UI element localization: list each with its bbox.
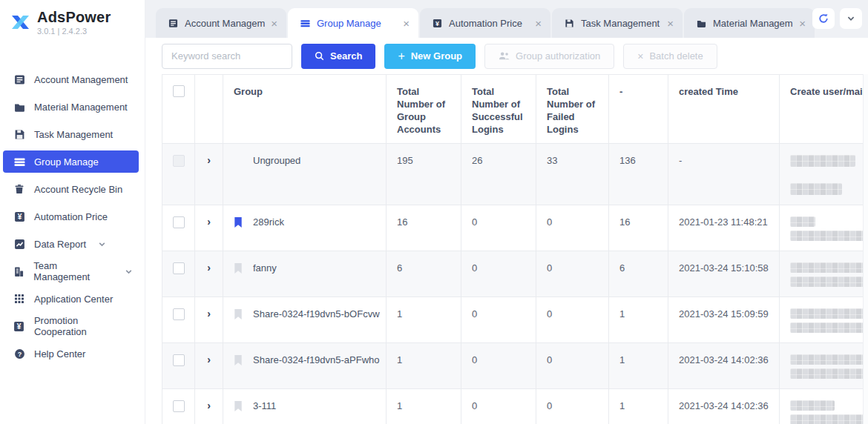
sidebar-item-promotion-cooperation[interactable]: ¥ Promotion Cooperation [3,315,139,337]
sidebar-item-team-management[interactable]: Team Management [3,260,139,282]
row-checkbox[interactable] [173,354,185,366]
new-group-button[interactable]: + New Group [384,44,476,69]
sidebar-item-help-center[interactable]: ? Help Center [3,342,139,365]
column-header-group: Group [223,75,387,144]
sidebar-item-task-management[interactable]: Task Management [3,123,139,145]
tab-label: Account Managemen [185,18,265,29]
sidebar-item-material-management[interactable]: Material Management [3,96,139,118]
successful-logins-value: 0 [461,251,536,297]
refresh-button[interactable] [812,8,835,29]
expand-row-icon[interactable]: › [207,262,211,273]
yen-icon: ¥ [432,18,442,28]
redacted-block [790,262,868,273]
dash-value: 6 [609,251,668,297]
group-name: Share-0324-f19dvn5-aPFwho [253,354,380,365]
adspower-app: AdsPower 3.0.1 | 2.4.2.3 Account Managem… [0,0,868,424]
expand-row-icon[interactable]: › [207,400,211,411]
plus-icon: + [398,50,404,63]
sidebar-item-account-management[interactable]: Account Management [3,68,139,90]
table-row: › Share-0324-f19dvn5-bOFcvw 1 0 0 1 2021… [162,297,868,343]
batch-delete-label: Batch delete [649,50,703,62]
bookmark-icon [234,263,243,274]
group-authorization-button[interactable]: Group authorization [484,44,614,69]
row-checkbox[interactable] [173,216,185,228]
sidebar-item-group-manage[interactable]: Group Manage [3,150,139,173]
row-checkbox[interactable] [173,308,185,320]
expand-row-icon[interactable]: › [207,155,211,165]
tab-material-management[interactable]: Material Managemen × [684,8,815,38]
sidebar-item-label: Help Center [34,348,85,360]
bookmark-icon [234,217,243,228]
tab-automation-price[interactable]: ¥ Automation Price × [420,8,550,38]
column-header-successful-logins: Total Number of Successful Logins [461,75,536,144]
search-button[interactable]: Search [301,44,375,69]
redacted-block [790,368,868,379]
chevron-down-icon [98,240,106,248]
tab-label: Group Manage [317,18,397,29]
table-row: › 3-111 1 0 0 1 2021-03-24 14:02:36 [162,389,868,424]
expand-row-icon[interactable]: › [207,308,211,319]
created-time-value: 2021-03-24 15:10:58 [668,251,780,297]
close-icon[interactable]: × [798,16,807,30]
redacted-block [790,414,868,424]
dash-value: 16 [609,205,668,251]
chevron-down-icon [846,14,855,23]
created-time-value: 2021-03-24 14:02:36 [668,389,780,424]
group-table: Group Total Number of Group Accounts Tot… [162,74,868,424]
tab-task-management[interactable]: Task Management × [552,8,683,38]
bookmark-icon [234,401,243,412]
redacted-block [790,183,842,195]
close-icon[interactable]: × [533,16,543,30]
failed-logins-value: 0 [536,297,609,343]
dash-value: 136 [609,144,668,205]
column-header-created-time: created Time [668,75,780,144]
trash-icon [13,183,25,195]
search-input[interactable] [162,44,292,69]
people-icon [499,51,510,61]
row-checkbox[interactable] [173,262,185,274]
expand-row-icon[interactable]: › [207,354,211,365]
floppy-icon [13,128,25,140]
total-accounts-value: 16 [387,205,461,251]
select-all-checkbox[interactable] [173,85,185,97]
tab-label: Material Managemen [713,18,793,29]
svg-text:?: ? [17,350,22,357]
document-icon [13,73,25,85]
successful-logins-value: 0 [461,343,536,389]
svg-text:¥: ¥ [17,322,22,331]
close-icon[interactable]: × [401,16,411,30]
sidebar-item-data-report[interactable]: Data Report [3,233,139,255]
sidebar-item-automation-price[interactable]: ¥ Automation Price [3,205,139,228]
sidebar-item-application-center[interactable]: Application Center [3,288,139,310]
redacted-block [790,400,835,411]
close-icon[interactable]: × [665,16,675,30]
column-header-create-user: Create user/mailb [780,75,868,144]
sidebar-item-label: Automation Price [34,211,108,222]
tab-group-manage[interactable]: Group Manage × [288,8,418,38]
tab-actions [812,8,862,29]
sidebar-item-label: Data Report [34,239,86,250]
failed-logins-value: 0 [536,389,609,424]
tab-account-management[interactable]: Account Managemen × [156,8,286,38]
vertical-scrollbar[interactable] [863,74,868,424]
total-accounts-value: 195 [387,144,461,205]
total-accounts-value: 1 [387,343,461,389]
sidebar-item-account-recycle-bin[interactable]: Account Recycle Bin [3,178,139,200]
bars-icon [13,156,25,168]
folder-icon [696,18,706,28]
batch-delete-button[interactable]: × Batch delete [623,44,717,69]
tab-label: Task Management [581,18,661,29]
sidebar-nav: Account Management Material Management T… [0,42,145,365]
yen-icon: ¥ [13,320,25,332]
tab-dropdown-button[interactable] [840,8,862,29]
tab-label: Automation Price [449,18,529,29]
redacted-block [790,216,815,227]
svg-text:¥: ¥ [435,19,439,27]
close-icon[interactable]: × [269,16,279,30]
table-row: › fanny 6 0 0 6 2021-03-24 15:10:58 [162,251,868,297]
group-name: 3-111 [253,400,276,411]
chart-icon [13,238,25,250]
document-icon [168,18,178,28]
row-checkbox[interactable] [173,400,185,412]
expand-row-icon[interactable]: › [207,216,211,227]
